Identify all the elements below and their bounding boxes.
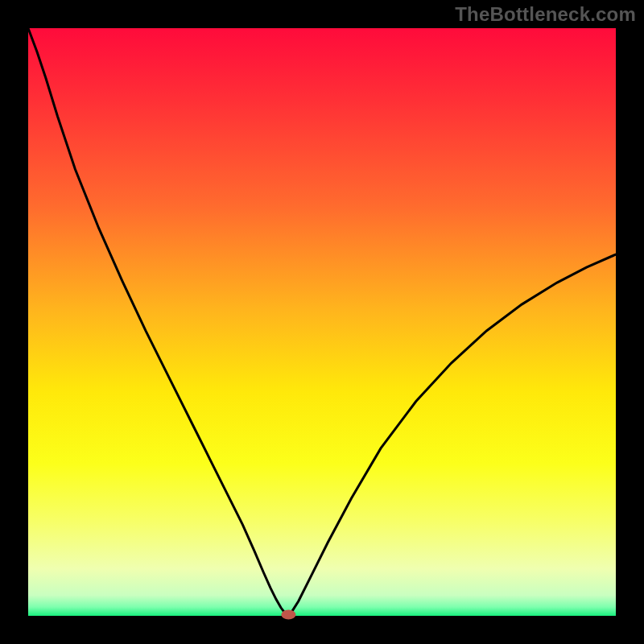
chart-frame: TheBottleneck.com — [0, 0, 644, 644]
optimum-marker — [281, 610, 295, 620]
plot-background — [28, 28, 616, 616]
bottleneck-chart-svg — [0, 0, 644, 644]
watermark-text: TheBottleneck.com — [455, 3, 636, 26]
